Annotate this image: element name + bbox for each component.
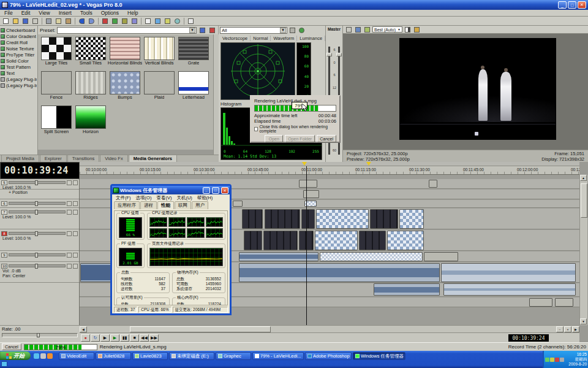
track-solo-button[interactable] [73,201,78,206]
taskbar-item[interactable]: 79% - LaVieHLedi... [252,352,304,360]
taskbar-clock[interactable]: 16:25 星期四 2009-8-20 [568,352,587,367]
track-mute-button[interactable] [67,253,72,258]
fader-thumb[interactable] [336,53,342,56]
ie-icon[interactable] [34,353,39,359]
redo-icon[interactable] [87,17,96,25]
track-number[interactable]: 6 [1,201,7,206]
track-mute-button[interactable] [67,201,72,206]
generator-item[interactable]: Checkerboard [1,27,37,33]
zoom-out-icon[interactable]: − [556,326,564,332]
lock-envelopes-icon[interactable] [120,17,129,25]
taskbar-item[interactable]: 未绑定磁盘 (E:) [169,352,214,360]
chevron-down-icon[interactable]: ▼ [189,28,195,33]
track-solo-button[interactable] [73,253,78,258]
scroll-down-icon[interactable]: ▼ [580,318,587,324]
preset-split-screen[interactable]: Split Screen [39,104,74,139]
copy-icon[interactable] [54,17,63,25]
selection-tool-icon[interactable] [163,17,172,25]
fader-thumb[interactable] [326,53,332,56]
minimize-button[interactable]: _ [203,187,210,194]
preset-grate[interactable]: Grate [176,36,211,70]
track-number[interactable]: 7 [1,210,7,215]
taskbar-item[interactable]: Graphec [216,352,251,360]
tm-tab-users[interactable]: 用户 [192,201,208,209]
taskbar-item[interactable]: Juliet0828 [96,352,131,360]
tab-transitions[interactable]: Transitions [67,155,99,162]
tm-menu-view[interactable]: 查看(V) [154,195,174,201]
show-desktop-icon[interactable] [40,353,46,359]
auto-ripple-icon[interactable] [110,17,119,25]
taskbar-item[interactable]: VideoEdit [59,352,94,360]
tray-icon[interactable] [545,358,549,362]
envelope-edit-tool-icon[interactable] [153,17,162,25]
pause-button[interactable]: ▮▮ [120,334,129,342]
track-mute-button[interactable] [67,264,72,269]
tm-menu-help[interactable]: 帮助(H) [195,195,215,201]
generator-item[interactable]: Solid Color [1,58,37,64]
scope-mode-vectorscope[interactable]: Vectorscope [220,36,251,41]
preset-combobox[interactable]: ▼ [57,27,197,34]
cut-icon[interactable] [44,17,53,25]
track-number[interactable]: 5 [1,180,7,185]
open-icon[interactable] [11,17,20,25]
tm-tab-processes[interactable]: 进程 [140,201,157,209]
zoom-tool-icon[interactable] [173,17,182,25]
timeline-vertical-scrollbar[interactable]: ▲ ▼ [579,175,587,325]
menu-options[interactable]: Options [97,10,123,16]
taskbar-item[interactable]: Windows 任务管理器 [353,352,405,360]
timeline-marker[interactable] [366,162,371,166]
taskbar-item[interactable]: Lavie0823 [132,352,168,360]
generator-item[interactable]: Color Gradient [1,33,37,39]
scroll-thumb[interactable] [130,326,271,332]
preset-vertical-blinds[interactable]: Vertical Blinds [142,36,176,70]
marker-bar[interactable] [80,162,579,166]
time-ruler[interactable]: 00:10:00:00 00:10:15:00 00:10:30:00 00:1… [80,166,579,175]
generator-item[interactable]: ProType Titler [1,52,37,58]
desktop-toolbar-icon[interactable] [1,361,7,367]
scope-settings-icon[interactable] [288,27,296,34]
tm-menu-file[interactable]: 文件(F) [113,195,134,201]
timeline-marker[interactable] [302,162,307,166]
track-mute-button[interactable] [67,210,72,215]
track-solo-button[interactable] [73,210,78,215]
preset-ridges[interactable]: Ridges [74,70,108,104]
preset-plaid[interactable]: Plaid [142,70,176,104]
normal-edit-tool-icon[interactable] [143,17,153,25]
record-button[interactable]: ● [81,334,90,342]
close-when-done-checkbox[interactable] [254,127,258,131]
level-slider[interactable] [9,181,66,184]
tm-tab-applications[interactable]: 应用程序 [114,201,140,209]
menu-help[interactable]: Help [123,10,142,16]
preset-horizon[interactable]: Horizon [74,104,108,139]
playhead-cursor[interactable] [306,166,307,325]
open-button[interactable]: Open [265,135,283,142]
play-from-start-button[interactable]: ▶ [100,334,110,342]
track-solo-button[interactable] [73,264,78,269]
scope-mode-normal[interactable]: Normal [251,36,271,41]
track-number[interactable]: 8 [1,231,7,236]
track-mute-button[interactable] [67,231,72,236]
tab-explorer[interactable]: Explorer [40,155,67,162]
snapping-icon[interactable] [100,17,110,25]
task-manager-titlebar[interactable]: Windows 任务管理器 _ □ ✕ [112,186,230,194]
play-button[interactable]: ▶ [110,334,119,342]
generator-item[interactable]: (Legacy Plug-In) [1,76,37,82]
undo-icon[interactable] [77,17,86,25]
generator-item[interactable]: Text [1,70,37,76]
generator-item[interactable]: Test Pattern [1,64,37,70]
external-monitor-icon[interactable] [354,26,362,33]
properties-icon[interactable] [31,17,40,25]
timeline-horizontal-scrollbar[interactable]: ◀ − + ▶ [80,325,579,332]
media-player-icon[interactable] [47,353,53,359]
render-cancel-button[interactable]: Cancel [2,343,21,350]
scope-mode-waveform[interactable]: Waveform [271,36,297,41]
scope-select-dropdown[interactable]: All▼ [220,27,287,34]
track-5-position-row[interactable]: + Position [0,190,79,199]
track-header-10[interactable]: 10 Vol: .0 dB Pan: Center [0,263,79,283]
track-header-5[interactable]: 5 Level: 100.0 % [0,179,79,190]
scroll-left-icon[interactable]: ◀ [80,326,87,332]
delete-preset-icon[interactable] [208,26,216,34]
tab-media-generators[interactable]: Media Generators [129,155,177,162]
level-slider[interactable] [9,210,66,213]
tm-menu-shutdown[interactable]: 关机(U) [174,195,194,201]
